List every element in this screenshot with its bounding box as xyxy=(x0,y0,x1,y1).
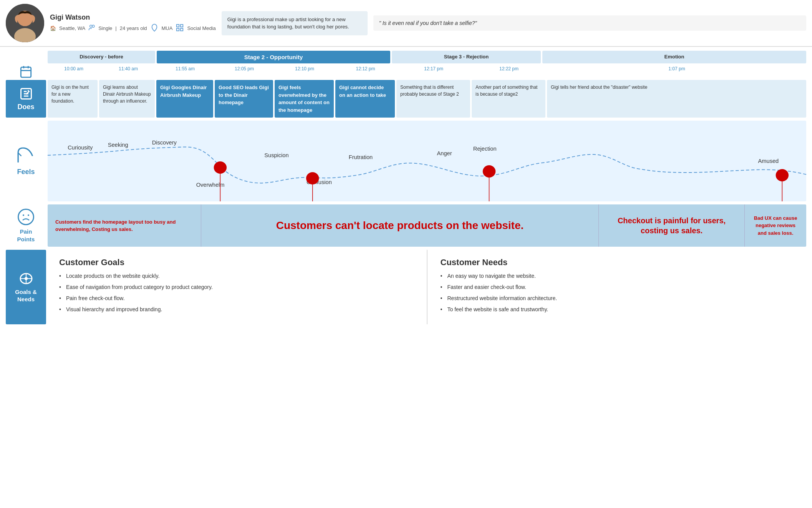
svg-point-5 xyxy=(92,25,94,27)
does-row: Does Gigi is on the hunt for a new found… xyxy=(6,80,806,118)
svg-text:Rejection: Rejection xyxy=(473,146,497,152)
svg-point-34 xyxy=(23,214,24,216)
does-label: Does xyxy=(6,80,46,118)
pain-cell-4: Bad UX can cause negative reviews and sa… xyxy=(745,204,806,247)
customer-goals-section: Customer Goals • Locate products on the … xyxy=(48,250,425,324)
goal-item-4: • Visual hierarchy and improved branding… xyxy=(59,305,414,314)
svg-rect-6 xyxy=(177,24,179,27)
persona-header: Gigi Watson 🏠 Seattle, WA Single | 24 ye… xyxy=(0,0,812,47)
need-item-3: • Restructured website information archi… xyxy=(441,294,795,302)
svg-text:Suspicion: Suspicion xyxy=(264,152,288,158)
persona-info: Gigi Watson 🏠 Seattle, WA Single | 24 ye… xyxy=(50,13,216,33)
persona-occupation: MUA xyxy=(162,25,173,31)
persona-quote: " Is it even real if you don't take a se… xyxy=(373,15,806,31)
time-1: 10:00 am xyxy=(48,65,100,78)
svg-point-33 xyxy=(18,209,34,225)
svg-rect-10 xyxy=(21,67,31,77)
goals-title: Customer Goals xyxy=(59,257,414,267)
svg-text:Curiousity: Curiousity xyxy=(68,144,93,151)
stage-discovery-header: Discovery - before xyxy=(48,51,155,63)
goals-needs-row: Goals &Needs Customer Goals • Locate pro… xyxy=(6,250,806,324)
does-cell-5: Gigi feels overwhelmed by the amount of … xyxy=(275,80,334,118)
persona-bio: Gigi is a professional make up artist lo… xyxy=(222,11,368,35)
journey-map: Discovery - before Stage 2 - Opportunity… xyxy=(0,47,812,328)
feels-svg: Curiousity Seeking Discovery Suspicion C… xyxy=(48,121,806,201)
need-item-2: • Faster and easier check-out flow. xyxy=(441,283,795,291)
goals-needs-label: Goals &Needs xyxy=(6,250,46,324)
svg-text:Frutration: Frutration xyxy=(349,154,373,160)
time-8: 12:22 pm xyxy=(472,65,546,78)
time-row: 10:00 am 11:40 am 11:55 am 12:05 pm 12:1… xyxy=(6,65,806,78)
time-6: 12:12 pm xyxy=(336,65,395,78)
need-item-1: • An easy way to navigate the website. xyxy=(441,272,795,280)
svg-text:Amused: Amused xyxy=(758,158,779,164)
svg-point-26 xyxy=(214,161,227,174)
svg-point-30 xyxy=(483,165,495,178)
goals-needs-content: Customer Goals • Locate products on the … xyxy=(48,250,806,324)
pain-cell-2: Customers can't locate products on the w… xyxy=(201,204,599,247)
time-9: 1:07 pm xyxy=(547,65,806,78)
stages-header-row: Discovery - before Stage 2 - Opportunity… xyxy=(6,51,806,63)
feels-label-text: Feels xyxy=(17,168,35,176)
svg-point-35 xyxy=(28,214,29,216)
stage-rejection-header: Stage 3 - Rejection xyxy=(392,51,541,63)
pain-points-content: Customers find the homepage layout too b… xyxy=(48,204,806,247)
need-item-4: • To feel the website is safe and trustw… xyxy=(441,305,795,314)
avatar xyxy=(6,4,44,42)
feels-label: Feels xyxy=(6,121,46,201)
time-3: 11:55 am xyxy=(157,65,214,78)
makeup-icon xyxy=(150,23,159,33)
svg-point-36 xyxy=(25,277,28,280)
does-cells: Gigi is on the hunt for a new foundation… xyxy=(48,80,806,118)
time-2: 11:40 am xyxy=(101,65,155,78)
does-cell-8: Another part of something that is becaus… xyxy=(472,80,545,118)
goals-list: • Locate products on the website quickly… xyxy=(59,272,414,314)
needs-title: Customer Needs xyxy=(441,257,795,267)
svg-text:Seeking: Seeking xyxy=(108,142,128,148)
pain-points-label: PainPoints xyxy=(6,204,46,247)
svg-point-28 xyxy=(306,172,319,184)
needs-list: • An easy way to navigate the website. •… xyxy=(441,272,795,314)
goals-needs-divider xyxy=(427,250,428,324)
svg-point-32 xyxy=(776,169,789,181)
feels-chart: Curiousity Seeking Discovery Suspicion C… xyxy=(48,121,806,201)
persona-age: 24 years old xyxy=(120,25,147,31)
svg-text:Discovery: Discovery xyxy=(152,139,177,146)
pain-cell-1: Customers find the homepage layout too b… xyxy=(48,204,201,247)
time-7: 12:17 pm xyxy=(397,65,471,78)
svg-rect-7 xyxy=(181,24,183,27)
social-icon xyxy=(176,23,184,33)
persona-details: 🏠 Seattle, WA Single | 24 years old MUA … xyxy=(50,23,216,33)
feels-row: Feels Curiousity Seeking Discovery Suspi… xyxy=(6,121,806,201)
svg-point-4 xyxy=(90,25,92,27)
pain-cell-3: Checkout is painful for users, costing u… xyxy=(599,204,745,247)
does-cell-9: Gigi tells her friend about the "disaste… xyxy=(547,80,806,118)
svg-rect-8 xyxy=(181,28,183,30)
persona-social: Social Media xyxy=(187,25,215,31)
does-label-text: Does xyxy=(17,103,34,111)
stage-opportunity-header: Stage 2 - Opportunity xyxy=(157,51,390,63)
goal-item-3: • Pain free check-out flow. xyxy=(59,294,414,302)
pain-points-row: PainPoints Customers find the homepage l… xyxy=(6,204,806,247)
customer-needs-section: Customer Needs • An easy way to navigate… xyxy=(429,250,807,324)
time-5: 12:10 pm xyxy=(275,65,334,78)
pain-points-label-text: PainPoints xyxy=(17,228,35,243)
goal-item-1: • Locate products on the website quickly… xyxy=(59,272,414,280)
svg-rect-9 xyxy=(177,28,179,30)
goals-needs-label-text: Goals &Needs xyxy=(15,288,37,303)
time-4: 12:05 pm xyxy=(215,65,273,78)
does-cell-2: Gigi learns about Dinair Airbrush Makeup… xyxy=(99,80,155,118)
persona-status xyxy=(88,24,95,32)
location-icon: 🏠 xyxy=(50,25,56,31)
persona-status-text: Single xyxy=(98,25,112,31)
goal-item-2: • Ease of navigation from product catego… xyxy=(59,283,414,291)
persona-location: Seattle, WA xyxy=(59,25,85,31)
does-cell-1: Gigi is on the hunt for a new foundation… xyxy=(48,80,98,118)
persona-name: Gigi Watson xyxy=(50,13,216,22)
does-cell-6: Gigi cannot decide on an action to take xyxy=(335,80,395,118)
does-cell-7: Something that is different probably bec… xyxy=(396,80,470,118)
stage-emotion-header: Emotion xyxy=(542,51,806,63)
does-cell-3: Gigi Googles Dinair Airbrush Makeup xyxy=(156,80,213,118)
svg-text:Anger: Anger xyxy=(437,150,452,156)
does-cell-4: Good SEO leads Gigi to the Dinair homepa… xyxy=(215,80,273,118)
